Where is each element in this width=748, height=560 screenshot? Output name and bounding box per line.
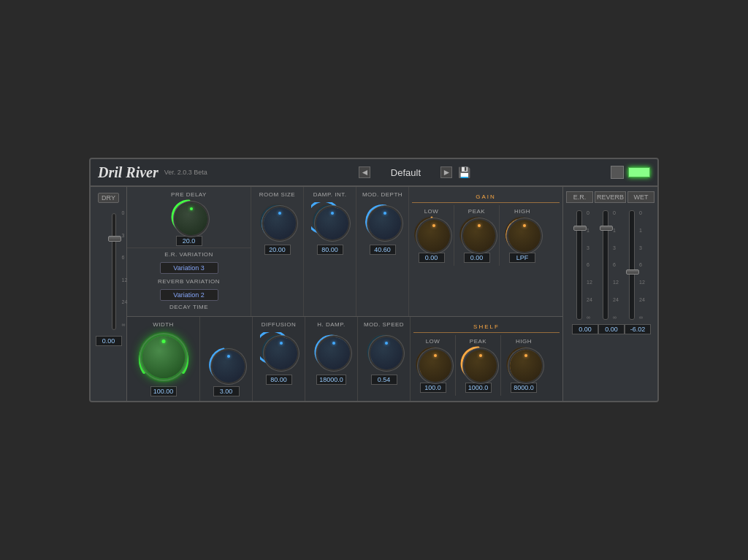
er-variation-display[interactable]: Variation 3 bbox=[160, 262, 218, 274]
header-button[interactable] bbox=[611, 166, 624, 179]
damp-int-indicator bbox=[331, 212, 334, 215]
shelf-high-cell: HIGH 8000.0 bbox=[501, 335, 546, 396]
shelf-low-cell: LOW 100.0 bbox=[411, 335, 456, 396]
width-knob[interactable] bbox=[142, 336, 185, 378]
tick-inf: ∞ bbox=[122, 322, 128, 327]
mod-depth-knob[interactable] bbox=[369, 207, 401, 239]
tick-0: 0 bbox=[122, 210, 128, 215]
er-fader-area: 0 1 3 6 12 24 ∞ bbox=[576, 210, 594, 320]
shelf-low-label: LOW bbox=[426, 338, 440, 345]
damp-int-knob[interactable] bbox=[316, 207, 348, 239]
er-tick-12: 12 bbox=[587, 280, 592, 285]
er-tick-3: 3 bbox=[587, 245, 592, 250]
diffusion-knob-wrap[interactable] bbox=[263, 335, 295, 367]
knob-area: PRE DELAY 20.0 bbox=[127, 187, 562, 401]
dry-fader-column: DRY 0 3 6 12 24 ∞ 0.00 bbox=[91, 187, 127, 401]
preset-next-button[interactable]: ► bbox=[440, 166, 452, 178]
width-indicator bbox=[161, 340, 165, 343]
wet-value: -6.02 bbox=[625, 324, 651, 334]
gain-high-cell: HIGH LPF bbox=[500, 205, 545, 266]
mod-speed-label: MOD. SPEED bbox=[364, 321, 404, 328]
output-column: E.R. REVERB WET 0 1 3 bbox=[562, 187, 657, 401]
gain-high-knob-wrap[interactable] bbox=[506, 218, 538, 250]
er-tick-6: 6 bbox=[587, 262, 592, 267]
shelf-low-knob[interactable] bbox=[419, 350, 451, 382]
wet-ticks: 0 1 3 6 12 24 ∞ bbox=[638, 210, 646, 320]
shelf-peak-knob-wrap[interactable] bbox=[462, 348, 495, 380]
er-fader-track[interactable] bbox=[576, 210, 582, 320]
mod-speed-knob-wrap[interactable] bbox=[368, 335, 400, 367]
decay-time-indicator bbox=[227, 355, 230, 358]
top-row: PRE DELAY 20.0 bbox=[127, 187, 562, 317]
gain-section: GAIN LOW bbox=[409, 187, 562, 316]
diffusion-value: 80.00 bbox=[266, 375, 292, 385]
shelf-header: SHELF bbox=[473, 323, 500, 330]
shelf-peak-knob[interactable] bbox=[465, 350, 497, 382]
er-tab[interactable]: E.R. bbox=[566, 191, 593, 203]
er-fader-handle[interactable] bbox=[573, 226, 587, 231]
h-damp-knob[interactable] bbox=[318, 337, 350, 369]
gain-knob-row: LOW 0.00 bbox=[409, 205, 562, 266]
output-faders-row: 0 1 3 6 12 24 ∞ 0.00 bbox=[566, 207, 654, 337]
pre-delay-value: 20.0 bbox=[176, 236, 202, 246]
diffusion-knob[interactable] bbox=[265, 337, 297, 369]
gain-low-label: LOW bbox=[424, 208, 439, 215]
h-damp-knob-wrap[interactable] bbox=[316, 335, 348, 367]
width-cell: WIDTH 100.00 bbox=[127, 317, 200, 401]
tick-12: 12 bbox=[122, 277, 128, 283]
pre-delay-knob-wrap[interactable] bbox=[173, 201, 205, 233]
mod-depth-knob-wrap[interactable] bbox=[367, 205, 399, 237]
shelf-high-knob[interactable] bbox=[510, 350, 542, 382]
gain-peak-knob[interactable] bbox=[463, 220, 495, 252]
decay-time-knob[interactable] bbox=[213, 350, 245, 383]
shelf-high-indicator bbox=[524, 354, 527, 357]
gain-peak-value: 0.00 bbox=[464, 253, 490, 263]
reverb-fader-handle[interactable] bbox=[600, 226, 613, 231]
gain-high-value: LPF bbox=[509, 253, 535, 263]
mod-speed-cell: MOD. SPEED 0.54 bbox=[358, 317, 411, 401]
width-knob-wrap[interactable] bbox=[140, 334, 187, 380]
damp-int-cell: DAMP. INT. 80.00 bbox=[304, 187, 356, 316]
gain-low-knob[interactable] bbox=[418, 220, 450, 252]
wet-fader-handle[interactable] bbox=[626, 269, 639, 275]
decay-time-cell: 3.00 bbox=[200, 317, 253, 401]
gain-peak-indicator bbox=[478, 224, 481, 227]
decay-time-knob-wrap[interactable] bbox=[210, 348, 243, 380]
preset-prev-button[interactable]: ◄ bbox=[359, 166, 370, 178]
er-tick-inf: ∞ bbox=[587, 315, 592, 320]
dry-fader-track[interactable] bbox=[112, 213, 116, 330]
damp-int-knob-wrap[interactable] bbox=[314, 205, 346, 237]
dry-fader-handle[interactable] bbox=[108, 236, 121, 242]
decay-time-value: 3.00 bbox=[213, 386, 240, 396]
room-size-knob-wrap[interactable] bbox=[262, 205, 294, 237]
header: Dril River Ver. 2.0.3 Beta ◄ Default ► 💾 bbox=[91, 159, 657, 187]
h-damp-indicator bbox=[332, 342, 335, 345]
reverb-variation-label: REVERB VARIATION bbox=[158, 278, 220, 285]
shelf-header-row: SHELF bbox=[411, 317, 562, 335]
reverb-tab[interactable]: REVERB bbox=[595, 191, 626, 203]
gain-peak-knob-wrap[interactable] bbox=[461, 218, 493, 250]
logo: Dril River bbox=[98, 164, 159, 181]
tick-6: 6 bbox=[122, 255, 128, 260]
room-size-knob[interactable] bbox=[264, 207, 296, 239]
gain-low-knob-wrap[interactable] bbox=[416, 218, 448, 250]
shelf-low-value: 100.0 bbox=[420, 383, 446, 393]
reverb-variation-display[interactable]: Variation 2 bbox=[160, 289, 218, 301]
h-damp-cell: H. DAMP. 18000.0 bbox=[305, 317, 358, 401]
reverb-fader-track[interactable] bbox=[603, 210, 608, 320]
shelf-low-indicator bbox=[434, 354, 437, 357]
pre-delay-label: PRE DELAY bbox=[171, 191, 207, 198]
mod-speed-knob[interactable] bbox=[370, 337, 402, 369]
shelf-high-knob-wrap[interactable] bbox=[508, 348, 540, 380]
pre-delay-knob[interactable] bbox=[175, 203, 207, 235]
wet-fader-area: 0 1 3 6 12 24 ∞ bbox=[629, 210, 646, 320]
wet-fader-track[interactable] bbox=[629, 210, 635, 320]
preset-save-button[interactable]: 💾 bbox=[458, 166, 470, 178]
shelf-low-knob-wrap[interactable] bbox=[417, 348, 449, 380]
er-value: 0.00 bbox=[572, 324, 598, 334]
decay-time-top-label: DECAY TIME bbox=[169, 304, 208, 310]
wet-tab[interactable]: WET bbox=[627, 191, 654, 203]
gain-high-knob[interactable] bbox=[508, 220, 541, 252]
power-led bbox=[628, 167, 650, 177]
gain-high-label: HIGH bbox=[514, 208, 530, 215]
